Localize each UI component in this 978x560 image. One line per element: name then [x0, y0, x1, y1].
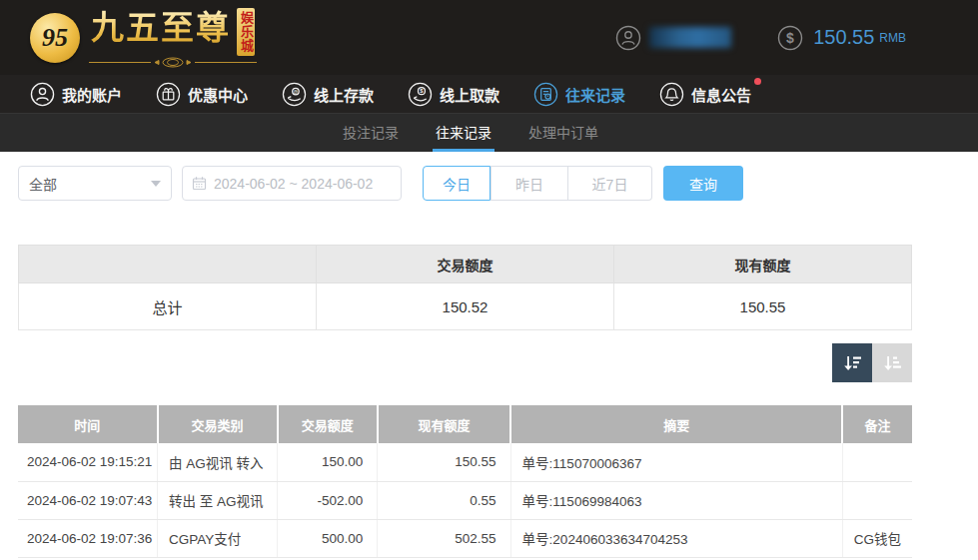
- summary-header-transaction-amount: 交易额度: [317, 246, 614, 283]
- summary-total-transaction: 150.52: [317, 283, 614, 330]
- col-header-remark: 备注: [842, 405, 912, 443]
- logo-badge: 娱乐城: [237, 8, 255, 56]
- sort-asc-icon: [881, 352, 903, 374]
- summary-header-empty: [19, 246, 317, 283]
- records-icon: [533, 82, 558, 107]
- col-header-summary: 摘要: [510, 405, 842, 443]
- summary-table: 交易额度 现有额度 总计 150.52 150.55: [18, 245, 912, 330]
- logo-symbol: 95: [42, 23, 68, 53]
- cell-type: 转出 至 AG视讯: [158, 481, 278, 519]
- summary-header-row: 交易额度 现有额度: [19, 246, 912, 283]
- nav-label: 往来记录: [565, 84, 625, 105]
- summary-total-current: 150.55: [614, 283, 912, 330]
- cell-summary: 单号:115070006367: [510, 443, 842, 481]
- col-header-transaction-amount: 交易额度: [278, 405, 378, 443]
- nav-label: 我的账户: [62, 84, 122, 105]
- summary-total-label: 总计: [19, 283, 317, 330]
- date-range-input[interactable]: 2024-06-02 ~ 2024-06-02: [182, 166, 402, 201]
- balance-amount: 150.55: [813, 26, 874, 49]
- table-row: 2024-06-02 19:07:36 CGPAY支付 500.00 502.5…: [18, 519, 912, 557]
- nav-label: 信息公告: [691, 84, 751, 105]
- nav-label: 优惠中心: [188, 84, 248, 105]
- cell-current-amount: 0.55: [378, 481, 510, 519]
- tab-pending-orders[interactable]: 处理中订单: [525, 114, 601, 152]
- nav-item-my-account[interactable]: 我的账户: [30, 82, 122, 107]
- search-button[interactable]: 查询: [663, 166, 743, 201]
- svg-text:$: $: [420, 88, 424, 94]
- sort-ascending-button[interactable]: [872, 343, 912, 382]
- tab-transaction-records[interactable]: 往来记录: [433, 114, 494, 152]
- user-account[interactable]: [615, 25, 731, 51]
- records-header-row: 时间 交易类别 交易额度 现有额度 摘要 备注: [18, 405, 912, 443]
- bell-icon: [659, 82, 684, 107]
- records-table: 时间 交易类别 交易额度 现有额度 摘要 备注 2024-06-02 19:15…: [18, 405, 912, 558]
- cell-time: 2024-06-02 19:07:43: [18, 481, 158, 519]
- chevron-down-icon: [151, 181, 161, 187]
- table-row: 2024-06-02 19:15:21 由 AG视讯 转入 150.00 150…: [18, 443, 912, 481]
- col-header-current-amount: 现有额度: [378, 405, 510, 443]
- date-range-value: 2024-06-02 ~ 2024-06-02: [214, 176, 373, 192]
- table-row: 2024-06-02 19:07:43 转出 至 AG视讯 -502.00 0.…: [18, 481, 912, 519]
- type-select-dropdown[interactable]: 全部: [18, 166, 172, 201]
- gift-icon: [156, 82, 181, 107]
- calendar-icon: [192, 176, 207, 191]
- nav-item-announcements[interactable]: 信息公告: [659, 82, 751, 107]
- sort-desc-icon: [841, 352, 863, 374]
- today-button[interactable]: 今日: [423, 166, 490, 201]
- top-header: 95 九五至尊 娱乐城: [0, 0, 978, 75]
- svg-text:$: $: [786, 30, 794, 46]
- cell-remark: [842, 481, 912, 519]
- cell-transaction-amount: 500.00: [278, 519, 378, 557]
- logo-95-icon: 95: [30, 13, 80, 63]
- balance-display[interactable]: $ 150.55 RMB: [777, 25, 906, 51]
- type-select-value: 全部: [29, 174, 151, 194]
- nav-label: 线上存款: [314, 84, 374, 105]
- nav-label: 线上取款: [440, 84, 499, 105]
- deposit-icon: @: [282, 82, 307, 107]
- cell-type: 由 AG视讯 转入: [158, 443, 278, 481]
- quick-date-button-group: 今日 昨日 近7日: [423, 166, 652, 201]
- yesterday-button[interactable]: 昨日: [490, 166, 568, 201]
- logo-title: 九五至尊: [91, 8, 231, 56]
- nav-item-online-withdraw[interactable]: $ 线上取款: [408, 82, 499, 107]
- nav-item-promotions[interactable]: 优惠中心: [156, 82, 248, 107]
- withdraw-icon: $: [408, 82, 433, 107]
- cell-remark: [842, 443, 912, 481]
- sort-descending-button[interactable]: [832, 343, 872, 382]
- cell-time: 2024-06-02 19:07:36: [18, 519, 158, 557]
- content-area: 全部 2024-06-02 ~ 2024-06-02 今日 昨日 近7日 查询: [18, 166, 912, 558]
- cell-summary: 单号:202406033634704253: [510, 519, 842, 557]
- user-icon: [30, 82, 55, 107]
- dollar-coin-icon: $: [777, 25, 803, 51]
- tab-label: 投注记录: [343, 122, 399, 142]
- col-header-time: 时间: [18, 405, 158, 443]
- nav-item-transaction-records[interactable]: 往来记录: [533, 82, 625, 107]
- nav-item-online-deposit[interactable]: @ 线上存款: [282, 82, 374, 107]
- cell-current-amount: 150.55: [378, 443, 510, 481]
- site-logo[interactable]: 95 九五至尊 娱乐城: [30, 8, 257, 68]
- logo-flourish-decoration: [89, 57, 257, 68]
- filter-row: 全部 2024-06-02 ~ 2024-06-02 今日 昨日 近7日 查询: [18, 166, 912, 201]
- user-avatar-icon: [615, 25, 641, 51]
- balance-currency: RMB: [879, 31, 906, 45]
- username-blurred: [649, 27, 731, 48]
- main-navigation: 我的账户 优惠中心 @ 线上存款 $ 线上取款: [0, 75, 978, 113]
- tab-label: 处理中订单: [528, 122, 598, 142]
- tab-bet-records[interactable]: 投注记录: [340, 114, 402, 152]
- last-7-days-button[interactable]: 近7日: [568, 166, 652, 201]
- cell-type: CGPAY支付: [158, 519, 278, 557]
- cell-transaction-amount: 150.00: [278, 443, 378, 481]
- summary-header-current-amount: 现有额度: [614, 246, 912, 283]
- cell-remark: CG钱包: [842, 519, 912, 557]
- notification-red-dot: [754, 78, 761, 85]
- svg-text:@: @: [294, 89, 299, 94]
- sort-controls: [18, 343, 912, 382]
- summary-total-row: 总计 150.52 150.55: [19, 283, 912, 330]
- cell-transaction-amount: -502.00: [278, 481, 378, 519]
- record-subtabs: 投注记录 往来记录 处理中订单: [0, 113, 978, 152]
- cell-time: 2024-06-02 19:15:21: [18, 443, 158, 481]
- col-header-type: 交易类别: [158, 405, 278, 443]
- tab-label: 往来记录: [436, 122, 491, 142]
- cell-summary: 单号:115069984063: [510, 481, 842, 519]
- page: 95 九五至尊 娱乐城: [0, 0, 978, 560]
